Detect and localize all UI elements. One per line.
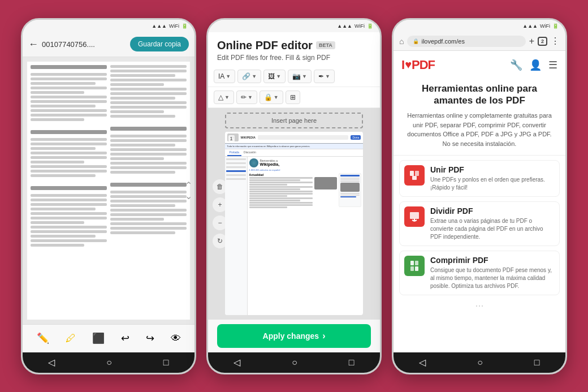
recents-nav-button-3[interactable]: □ xyxy=(534,357,540,368)
wiki-tab-article[interactable]: Portada xyxy=(227,149,242,156)
undo-button[interactable]: ↩ xyxy=(119,330,132,347)
wiki-link xyxy=(340,196,356,197)
compress-pdf-tool[interactable]: Comprimir PDF Consigue que tu documento … xyxy=(399,251,560,295)
merge-pdf-tool[interactable]: Unir PDF Une PDFs y ponlos en el orden q… xyxy=(399,160,560,197)
wiki-text-line xyxy=(249,184,288,186)
split-pdf-tool[interactable]: Dividir PDF Extrae una o varias páginas … xyxy=(399,201,560,246)
hero-title: Herramientas online para amantes de los … xyxy=(403,83,556,107)
signature-tool-button[interactable]: ✒ ▼ xyxy=(314,70,335,83)
eraser-tool-button[interactable]: ⬛ xyxy=(90,330,107,347)
chevron-down-icon: ▼ xyxy=(226,74,231,79)
image-icon: 🖼 xyxy=(268,72,275,80)
doc-line xyxy=(110,195,187,198)
hamburger-menu-icon[interactable]: ☰ xyxy=(548,59,557,71)
highlighter-tool-button[interactable]: 🖊 xyxy=(63,330,78,347)
header-icons: 🔧 👤 ☰ xyxy=(510,59,557,71)
doc-line xyxy=(31,221,84,224)
document-page xyxy=(27,62,190,320)
more-tool-button[interactable]: ⊞ xyxy=(286,91,300,104)
redo-button[interactable]: ↪ xyxy=(144,330,157,347)
svg-rect-2 xyxy=(412,176,417,180)
nav-bottom-3: ◁ ○ □ xyxy=(394,352,565,373)
wiki-sidebar-line xyxy=(340,179,360,180)
doc-line xyxy=(110,231,175,234)
doc-line xyxy=(31,77,107,80)
editor-toolbar-row1: IA ▼ 🔗 ▼ 🖼 ▼ 📷 ▼ ✒ ▼ xyxy=(208,66,380,87)
merge-pdf-name: Unir PDF xyxy=(430,165,555,174)
doc-line xyxy=(110,204,175,207)
wiki-donate-button[interactable]: Dona xyxy=(351,135,361,140)
image-tool-button[interactable]: 🖼 ▼ xyxy=(263,70,286,83)
wiki-tab-talk[interactable]: Discusión xyxy=(241,149,258,156)
sidebar-active xyxy=(226,170,246,172)
wrench-icon[interactable]: 🔧 xyxy=(510,59,522,71)
phone-3: ▲▲▲ WiFi 🔋 ⌂ 🔒 ilovepdf.com/es + 2 ⋮ I ♥… xyxy=(392,18,567,374)
new-tab-button[interactable]: + xyxy=(529,36,534,46)
doc-line xyxy=(31,170,107,173)
signal-icon-3: ▲▲▲ xyxy=(522,23,538,29)
doc-line xyxy=(110,127,187,131)
apply-changes-button[interactable]: Apply changes › xyxy=(217,324,371,348)
text-tool-button[interactable]: IA ▼ xyxy=(214,70,235,83)
merge-pdf-info: Unir PDF Une PDFs y ponlos en el orden q… xyxy=(430,165,555,192)
recents-nav-button-1[interactable]: □ xyxy=(163,357,169,368)
wiki-sidebar-line xyxy=(340,181,360,182)
doc-line xyxy=(31,239,107,242)
shapes-tool-button[interactable]: △ ▼ xyxy=(214,91,234,104)
wiki-text-line xyxy=(249,179,300,181)
doc-line xyxy=(110,218,164,221)
beta-badge: BETA xyxy=(316,41,335,49)
browser-home-button[interactable]: ⌂ xyxy=(399,37,404,46)
back-button-1[interactable]: ← xyxy=(28,38,38,50)
doc-line xyxy=(31,212,107,215)
save-copy-button[interactable]: Guardar copia xyxy=(130,37,189,51)
security-tool-button[interactable]: 🔒 ▼ xyxy=(260,91,283,104)
nav-bottom-1: ◁ ○ □ xyxy=(23,352,194,373)
wifi-icon-3: WiFi xyxy=(540,23,550,29)
pencil-tool-button[interactable]: ✏️ xyxy=(34,330,51,347)
wiki-sidebar-line xyxy=(340,193,360,194)
logo-heart-icon: ♥ xyxy=(405,58,411,71)
doc-line xyxy=(31,96,107,98)
split-pdf-icon xyxy=(404,206,425,227)
visibility-toggle-button[interactable]: 👁 xyxy=(168,330,183,347)
link-tool-button[interactable]: 🔗 ▼ xyxy=(237,70,261,83)
home-nav-button-2[interactable]: ○ xyxy=(292,357,297,368)
compress-pdf-desc: Consigue que tu documento PDF pese menos… xyxy=(430,266,555,290)
home-nav-button-1[interactable]: ○ xyxy=(106,357,112,368)
status-bar-2: ▲▲▲ WiFi 🔋 xyxy=(208,20,380,32)
recents-nav-button-2[interactable]: □ xyxy=(349,357,354,368)
doc-line xyxy=(31,174,96,177)
status-bar-1: ▲▲▲ WiFi 🔋 xyxy=(23,20,194,32)
wiki-text-line xyxy=(249,191,313,192)
doc-line xyxy=(110,88,187,91)
doc-line xyxy=(110,144,175,147)
url-bar[interactable]: 🔒 ilovepdf.com/es xyxy=(407,36,525,47)
wifi-icon-1: WiFi xyxy=(169,23,179,29)
home-nav-button-3[interactable]: ○ xyxy=(477,357,483,368)
wiki-text-line xyxy=(249,206,288,208)
doc-line xyxy=(110,139,187,142)
drawing-toolbar: ✏️ 🖊 ⬛ ↩ ↪ 👁 xyxy=(23,324,194,352)
back-nav-button-2[interactable]: ◁ xyxy=(234,357,240,368)
wiki-header: W WIKIPEDIA Dona xyxy=(225,132,364,144)
tabs-count-badge[interactable]: 2 xyxy=(538,37,547,46)
wiki-sidebar-title xyxy=(340,175,360,176)
doc-line xyxy=(110,135,187,137)
user-icon[interactable]: 👤 xyxy=(529,59,542,71)
url-text: ilovepdf.com/es xyxy=(421,38,464,45)
chevron-down-icon-8: ▼ xyxy=(274,94,279,100)
wifi-icon-2: WiFi xyxy=(354,23,365,29)
scroll-indicator[interactable]: ⌃⌄ xyxy=(185,180,192,201)
doc-line xyxy=(31,194,107,197)
doc-column-left xyxy=(31,65,107,316)
svg-rect-0 xyxy=(410,171,414,176)
browser-menu-button[interactable]: ⋮ xyxy=(551,36,560,46)
back-nav-button-3[interactable]: ◁ xyxy=(419,357,426,368)
insert-page-button[interactable]: Insert page here xyxy=(225,113,364,128)
wiki-text-line xyxy=(249,193,313,195)
photo-tool-button[interactable]: 📷 ▼ xyxy=(288,70,312,83)
draw-tool-button[interactable]: ✏ ▼ xyxy=(236,91,257,104)
split-pdf-info: Dividir PDF Extrae una o varias páginas … xyxy=(430,206,555,241)
back-nav-button-1[interactable]: ◁ xyxy=(48,357,55,368)
